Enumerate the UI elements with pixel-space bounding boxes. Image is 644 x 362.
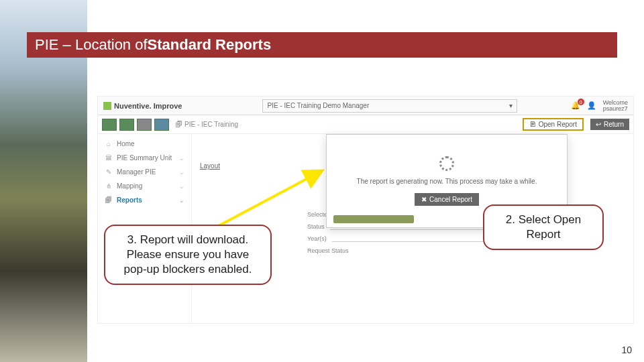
sidebar-item-summary[interactable]: 🏛 PIE Summary Unit ⌄: [98, 151, 191, 165]
loading-spinner-icon: [439, 156, 454, 171]
sidebar-item-label: Reports: [117, 196, 179, 204]
brand-logo-icon: [103, 102, 111, 110]
sidebar-item-label: Home: [117, 140, 184, 147]
sidebar-item-label: Manager PIE: [117, 168, 179, 176]
return-label: Return: [604, 121, 624, 128]
open-report-button[interactable]: 🖹 Open Report: [523, 118, 584, 131]
home-icon: ⌂: [105, 140, 113, 147]
cancel-report-button[interactable]: ✖ Cancel Report: [415, 193, 479, 206]
annotation-step-3: 3. Report will download. Please ensure y…: [104, 225, 272, 285]
brand-name: Nuventive. Improve: [114, 102, 182, 110]
mapping-icon: ⋔: [105, 182, 113, 190]
request-status-label: Request Status: [307, 247, 349, 254]
cancel-report-label: Cancel Report: [429, 196, 472, 203]
chevron-down-icon: ⌄: [179, 169, 184, 176]
tool-button-3[interactable]: [137, 119, 152, 131]
app-header: Nuventive. Improve PIE - IEC Training De…: [98, 97, 633, 115]
page-number: 10: [621, 345, 632, 355]
slide-title-bar: PIE – Location of Standard Reports: [27, 32, 617, 58]
unit-selector[interactable]: PIE - IEC Training Demo Manager ▾: [262, 99, 517, 113]
title-text-bold: Standard Reports: [148, 36, 272, 54]
sidebar-item-manager[interactable]: ✎ Manager PIE ⌄: [98, 165, 191, 179]
close-icon: ✖: [421, 196, 427, 203]
breadcrumb-text: PIE - IEC Training: [184, 121, 238, 128]
building-icon: 🏛: [105, 154, 113, 162]
brand: Nuventive. Improve: [103, 102, 182, 110]
sidebar-item-reports[interactable]: 🗐 Reports ⌄: [98, 193, 191, 207]
sidebar-item-label: Mapping: [117, 182, 179, 190]
status-label: Status: [307, 223, 325, 230]
chevron-down-icon: ▾: [509, 102, 513, 109]
chevron-down-icon: ⌄: [179, 155, 184, 162]
breadcrumb-icon: 🗐: [176, 121, 182, 128]
user-icon[interactable]: 👤: [587, 101, 596, 110]
notification-badge: 0: [578, 99, 584, 105]
welcome-block: Welcome psaurez7: [603, 100, 628, 112]
filter-button[interactable]: [154, 119, 169, 131]
report-icon: 🖹: [529, 121, 536, 128]
annotation-step-2: 2. Select Open Report: [483, 204, 604, 250]
welcome-user: psaurez7: [603, 106, 628, 112]
notification-bell[interactable]: 🔔 0: [571, 101, 580, 110]
title-text-plain: PIE – Location of: [35, 36, 148, 54]
toolbar: 🗐 PIE - IEC Training 🖹 Open Report ↩ Ret…: [98, 115, 633, 134]
return-button[interactable]: ↩ Return: [590, 119, 629, 130]
info-button[interactable]: [119, 119, 134, 131]
reports-icon: 🗐: [105, 196, 113, 204]
help-button[interactable]: [102, 119, 117, 131]
chevron-down-icon: ⌄: [179, 183, 184, 190]
modal-message: The report is generating now. This proce…: [357, 178, 537, 185]
return-arrow-icon: ↩: [596, 121, 601, 128]
progress-bar: [333, 215, 414, 223]
sidebar-item-label: PIE Summary Unit: [117, 154, 179, 162]
years-label: Year(s): [307, 235, 327, 242]
open-report-label: Open Report: [539, 121, 577, 128]
unit-selector-value: PIE - IEC Training Demo Manager: [267, 102, 369, 109]
breadcrumb: 🗐 PIE - IEC Training: [176, 121, 238, 128]
edit-icon: ✎: [105, 168, 113, 176]
sidebar-item-mapping[interactable]: ⋔ Mapping ⌄: [98, 179, 191, 193]
sidebar-item-home[interactable]: ⌂ Home: [98, 137, 191, 151]
chevron-down-icon: ⌄: [179, 197, 184, 204]
